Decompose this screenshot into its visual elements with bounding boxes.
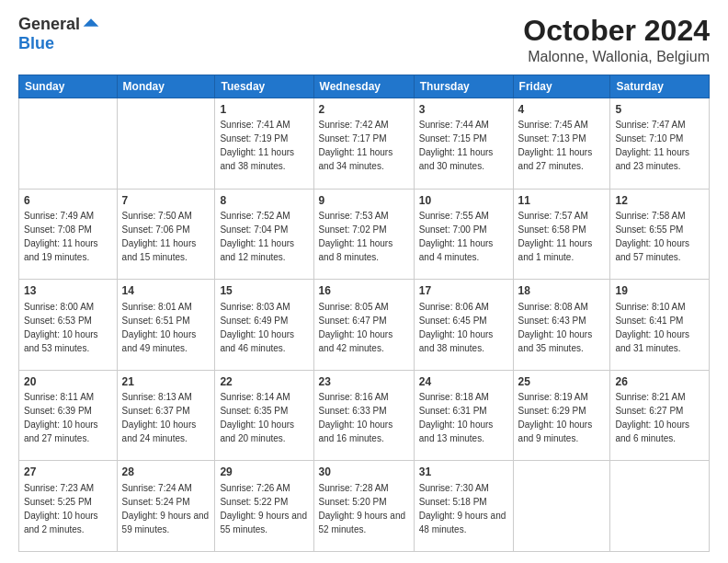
day-number: 1 bbox=[220, 102, 308, 117]
table-row: 21Sunrise: 8:13 AM Sunset: 6:37 PM Dayli… bbox=[117, 370, 215, 461]
day-number: 13 bbox=[24, 283, 112, 298]
calendar-header: Sunday Monday Tuesday Wednesday Thursday… bbox=[19, 75, 710, 98]
day-number: 31 bbox=[419, 465, 508, 479]
day-info: Sunrise: 7:52 AM Sunset: 7:04 PM Dayligh… bbox=[220, 211, 294, 262]
table-row: 27Sunrise: 7:23 AM Sunset: 5:25 PM Dayli… bbox=[19, 461, 118, 552]
day-number: 29 bbox=[220, 465, 308, 479]
location: Malonne, Wallonia, Belgium bbox=[523, 49, 710, 65]
logo-icon bbox=[82, 16, 100, 34]
table-row bbox=[117, 98, 215, 190]
day-number: 9 bbox=[319, 193, 409, 208]
day-info: Sunrise: 7:57 AM Sunset: 6:58 PM Dayligh… bbox=[518, 211, 593, 262]
day-number: 19 bbox=[615, 283, 704, 298]
day-info: Sunrise: 7:28 AM Sunset: 5:20 PM Dayligh… bbox=[319, 483, 406, 534]
table-row: 9Sunrise: 7:53 AM Sunset: 7:02 PM Daylig… bbox=[313, 189, 414, 280]
day-info: Sunrise: 8:05 AM Sunset: 6:47 PM Dayligh… bbox=[319, 302, 393, 353]
day-info: Sunrise: 8:08 AM Sunset: 6:43 PM Dayligh… bbox=[518, 302, 593, 353]
table-row: 4Sunrise: 7:45 AM Sunset: 7:13 PM Daylig… bbox=[513, 98, 610, 190]
page: General Blue October 2024 Malonne, Wallo… bbox=[0, 0, 728, 563]
day-info: Sunrise: 7:44 AM Sunset: 7:15 PM Dayligh… bbox=[419, 120, 494, 171]
day-number: 28 bbox=[122, 465, 210, 479]
table-row: 11Sunrise: 7:57 AM Sunset: 6:58 PM Dayli… bbox=[513, 189, 610, 280]
day-number: 14 bbox=[122, 283, 210, 298]
table-row: 28Sunrise: 7:24 AM Sunset: 5:24 PM Dayli… bbox=[117, 461, 215, 552]
day-info: Sunrise: 8:16 AM Sunset: 6:33 PM Dayligh… bbox=[319, 392, 393, 443]
day-info: Sunrise: 8:03 AM Sunset: 6:49 PM Dayligh… bbox=[220, 302, 294, 353]
calendar-body: 1Sunrise: 7:41 AM Sunset: 7:19 PM Daylig… bbox=[19, 98, 710, 552]
header-row: Sunday Monday Tuesday Wednesday Thursday… bbox=[19, 75, 710, 98]
header-saturday: Saturday bbox=[610, 75, 710, 98]
day-info: Sunrise: 7:23 AM Sunset: 5:25 PM Dayligh… bbox=[24, 483, 98, 534]
table-row: 30Sunrise: 7:28 AM Sunset: 5:20 PM Dayli… bbox=[313, 461, 414, 552]
day-number: 2 bbox=[319, 102, 409, 117]
table-row: 5Sunrise: 7:47 AM Sunset: 7:10 PM Daylig… bbox=[610, 98, 710, 190]
table-row: 7Sunrise: 7:50 AM Sunset: 7:06 PM Daylig… bbox=[117, 189, 215, 280]
day-number: 17 bbox=[419, 283, 508, 298]
table-row: 14Sunrise: 8:01 AM Sunset: 6:51 PM Dayli… bbox=[117, 280, 215, 371]
table-row: 19Sunrise: 8:10 AM Sunset: 6:41 PM Dayli… bbox=[610, 280, 710, 371]
day-info: Sunrise: 8:11 AM Sunset: 6:39 PM Dayligh… bbox=[24, 392, 98, 443]
table-row bbox=[610, 461, 710, 552]
day-number: 23 bbox=[319, 374, 409, 389]
day-info: Sunrise: 8:13 AM Sunset: 6:37 PM Dayligh… bbox=[122, 392, 197, 443]
day-info: Sunrise: 7:42 AM Sunset: 7:17 PM Dayligh… bbox=[319, 120, 393, 171]
calendar-week-1: 1Sunrise: 7:41 AM Sunset: 7:19 PM Daylig… bbox=[19, 98, 710, 190]
calendar-week-2: 6Sunrise: 7:49 AM Sunset: 7:08 PM Daylig… bbox=[19, 189, 710, 280]
logo-general-text: General bbox=[18, 15, 80, 34]
day-number: 8 bbox=[220, 193, 308, 208]
calendar-week-4: 20Sunrise: 8:11 AM Sunset: 6:39 PM Dayli… bbox=[19, 370, 710, 461]
day-info: Sunrise: 8:06 AM Sunset: 6:45 PM Dayligh… bbox=[419, 302, 494, 353]
logo: General Blue bbox=[18, 15, 100, 53]
table-row: 18Sunrise: 8:08 AM Sunset: 6:43 PM Dayli… bbox=[513, 280, 610, 371]
day-info: Sunrise: 7:47 AM Sunset: 7:10 PM Dayligh… bbox=[615, 120, 689, 171]
table-row: 31Sunrise: 7:30 AM Sunset: 5:18 PM Dayli… bbox=[414, 461, 513, 552]
day-info: Sunrise: 7:41 AM Sunset: 7:19 PM Dayligh… bbox=[220, 120, 294, 171]
table-row: 10Sunrise: 7:55 AM Sunset: 7:00 PM Dayli… bbox=[414, 189, 513, 280]
table-row: 25Sunrise: 8:19 AM Sunset: 6:29 PM Dayli… bbox=[513, 370, 610, 461]
day-info: Sunrise: 8:01 AM Sunset: 6:51 PM Dayligh… bbox=[122, 302, 197, 353]
header-sunday: Sunday bbox=[19, 75, 118, 98]
day-info: Sunrise: 7:49 AM Sunset: 7:08 PM Dayligh… bbox=[24, 211, 98, 262]
header-thursday: Thursday bbox=[414, 75, 513, 98]
day-info: Sunrise: 8:18 AM Sunset: 6:31 PM Dayligh… bbox=[419, 392, 494, 443]
day-info: Sunrise: 8:00 AM Sunset: 6:53 PM Dayligh… bbox=[24, 302, 98, 353]
table-row: 13Sunrise: 8:00 AM Sunset: 6:53 PM Dayli… bbox=[19, 280, 118, 371]
month-title: October 2024 bbox=[523, 15, 710, 47]
day-number: 6 bbox=[24, 193, 112, 208]
table-row: 8Sunrise: 7:52 AM Sunset: 7:04 PM Daylig… bbox=[215, 189, 313, 280]
calendar-week-5: 27Sunrise: 7:23 AM Sunset: 5:25 PM Dayli… bbox=[19, 461, 710, 552]
day-info: Sunrise: 7:50 AM Sunset: 7:06 PM Dayligh… bbox=[122, 211, 197, 262]
day-number: 7 bbox=[122, 193, 210, 208]
day-number: 10 bbox=[419, 193, 508, 208]
table-row: 3Sunrise: 7:44 AM Sunset: 7:15 PM Daylig… bbox=[414, 98, 513, 190]
day-number: 26 bbox=[615, 374, 704, 389]
table-row: 16Sunrise: 8:05 AM Sunset: 6:47 PM Dayli… bbox=[313, 280, 414, 371]
header-monday: Monday bbox=[117, 75, 215, 98]
day-number: 20 bbox=[24, 374, 112, 389]
day-info: Sunrise: 7:26 AM Sunset: 5:22 PM Dayligh… bbox=[220, 483, 307, 534]
day-number: 11 bbox=[518, 193, 606, 208]
table-row: 22Sunrise: 8:14 AM Sunset: 6:35 PM Dayli… bbox=[215, 370, 313, 461]
day-info: Sunrise: 8:10 AM Sunset: 6:41 PM Dayligh… bbox=[615, 302, 689, 353]
header: General Blue October 2024 Malonne, Wallo… bbox=[18, 15, 710, 65]
day-number: 21 bbox=[122, 374, 210, 389]
day-number: 15 bbox=[220, 283, 308, 298]
header-wednesday: Wednesday bbox=[313, 75, 414, 98]
table-row: 20Sunrise: 8:11 AM Sunset: 6:39 PM Dayli… bbox=[19, 370, 118, 461]
day-info: Sunrise: 8:21 AM Sunset: 6:27 PM Dayligh… bbox=[615, 392, 689, 443]
header-tuesday: Tuesday bbox=[215, 75, 313, 98]
day-number: 3 bbox=[419, 102, 508, 117]
day-number: 18 bbox=[518, 283, 606, 298]
day-number: 24 bbox=[419, 374, 508, 389]
table-row: 17Sunrise: 8:06 AM Sunset: 6:45 PM Dayli… bbox=[414, 280, 513, 371]
day-info: Sunrise: 7:30 AM Sunset: 5:18 PM Dayligh… bbox=[419, 483, 506, 534]
table-row: 29Sunrise: 7:26 AM Sunset: 5:22 PM Dayli… bbox=[215, 461, 313, 552]
day-number: 4 bbox=[518, 102, 606, 117]
day-info: Sunrise: 7:53 AM Sunset: 7:02 PM Dayligh… bbox=[319, 211, 393, 262]
day-info: Sunrise: 7:24 AM Sunset: 5:24 PM Dayligh… bbox=[122, 483, 210, 534]
table-row: 2Sunrise: 7:42 AM Sunset: 7:17 PM Daylig… bbox=[313, 98, 414, 190]
svg-marker-0 bbox=[84, 18, 99, 26]
table-row bbox=[513, 461, 610, 552]
table-row: 24Sunrise: 8:18 AM Sunset: 6:31 PM Dayli… bbox=[414, 370, 513, 461]
logo-blue-text: Blue bbox=[18, 34, 54, 53]
